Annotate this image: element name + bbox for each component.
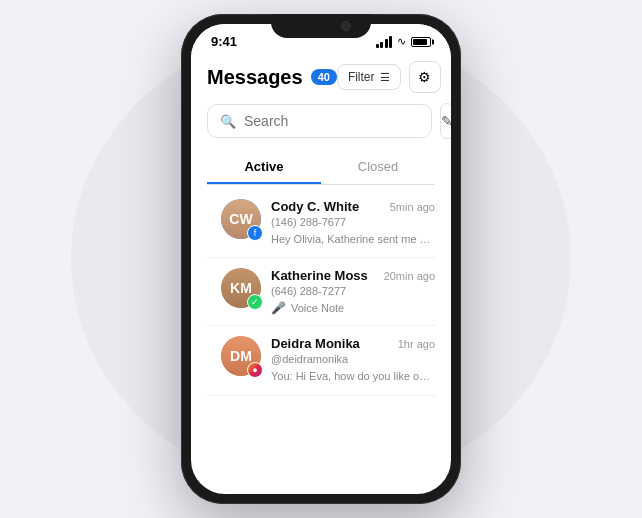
wifi-icon: ∿ <box>397 35 406 48</box>
search-icon: 🔍 <box>220 114 236 129</box>
filter-button[interactable]: Filter ☰ <box>337 64 401 90</box>
message-content: Deidra Monika 1hr ago @deidramonika You:… <box>271 336 435 384</box>
signal-icon <box>376 36 393 48</box>
app-content: Messages 40 Filter ☰ ⚙ <box>191 53 451 396</box>
tab-active[interactable]: Active <box>207 151 321 184</box>
avatar-wrapper: KM ✓ <box>221 268 261 308</box>
notch <box>271 14 371 38</box>
contact-name: Deidra Monika <box>271 336 360 351</box>
gear-icon: ⚙ <box>418 69 431 85</box>
battery-icon <box>411 37 431 47</box>
header-left: Messages 40 <box>207 66 337 89</box>
message-count-badge: 40 <box>311 69 337 85</box>
platform-badge-facebook: f <box>247 225 263 241</box>
list-item[interactable]: CW f Cody C. White 5min ago (146) 288-76… <box>207 189 435 258</box>
header-right: Filter ☰ ⚙ <box>337 61 441 93</box>
page-title: Messages <box>207 66 303 89</box>
compose-button[interactable]: ✎ <box>440 103 451 139</box>
contact-handle: @deidramonika <box>271 353 435 365</box>
settings-button[interactable]: ⚙ <box>409 61 441 93</box>
compose-icon: ✎ <box>441 113 451 129</box>
message-preview: Hey Olivia, Katherine sent me over the l… <box>271 232 435 247</box>
phone-frame: 9:41 ∿ <box>181 14 461 504</box>
message-time: 5min ago <box>390 201 435 213</box>
voice-note: 🎤 Voice Note <box>271 301 435 315</box>
phone-mockup: 9:41 ∿ <box>181 14 461 504</box>
avatar-wrapper: DM ● <box>221 336 261 376</box>
message-time: 1hr ago <box>398 338 435 350</box>
list-item[interactable]: DM ● Deidra Monika 1hr ago @deidramonika <box>207 326 435 395</box>
message-preview: You: Hi Eva, how do you like our service… <box>271 369 435 384</box>
status-icons: ∿ <box>376 35 432 48</box>
avatar-wrapper: CW f <box>221 199 261 239</box>
filter-label: Filter <box>348 70 375 84</box>
search-input-wrapper[interactable]: 🔍 <box>207 104 432 138</box>
search-input[interactable] <box>244 113 419 129</box>
tab-closed[interactable]: Closed <box>321 151 435 184</box>
message-time: 20min ago <box>384 270 435 282</box>
list-item[interactable]: KM ✓ Katherine Moss 20min ago (646) 288-… <box>207 258 435 326</box>
header: Messages 40 Filter ☰ ⚙ <box>207 53 435 103</box>
microphone-icon: 🎤 <box>271 301 286 315</box>
search-container: 🔍 ✎ <box>207 103 435 139</box>
camera <box>341 21 351 31</box>
tabs: Active Closed <box>207 151 435 185</box>
message-content: Cody C. White 5min ago (146) 288-7677 He… <box>271 199 435 247</box>
message-content: Katherine Moss 20min ago (646) 288-7277 … <box>271 268 435 315</box>
platform-badge-instagram: ● <box>247 362 263 378</box>
contact-name: Cody C. White <box>271 199 359 214</box>
platform-badge-whatsapp: ✓ <box>247 294 263 310</box>
contact-phone: (146) 288-7677 <box>271 216 435 228</box>
filter-icon: ☰ <box>380 71 390 84</box>
messages-list: CW f Cody C. White 5min ago (146) 288-76… <box>207 189 435 396</box>
phone-screen: 9:41 ∿ <box>191 24 451 494</box>
contact-phone: (646) 288-7277 <box>271 285 435 297</box>
voice-note-label: Voice Note <box>291 302 344 314</box>
status-time: 9:41 <box>211 34 237 49</box>
contact-name: Katherine Moss <box>271 268 368 283</box>
